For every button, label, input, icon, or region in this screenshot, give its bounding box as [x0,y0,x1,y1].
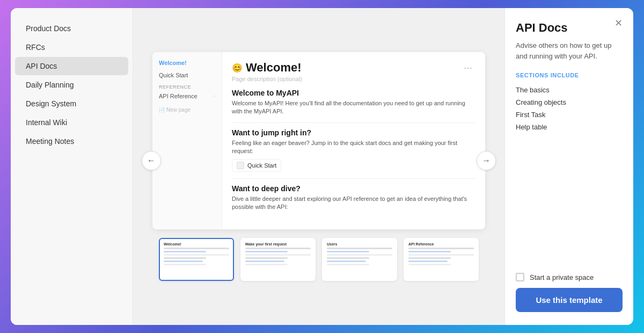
section2-text: Feeling like an eager beaver? Jump in to… [232,139,475,156]
preview-sidebar-quickstart: Quick Start [157,70,217,80]
close-button[interactable]: ✕ [611,16,626,31]
section-item: Creating objects [516,96,623,108]
sidebar-item-meeting-notes[interactable]: Meeting Notes [15,132,128,150]
preview-title-row: 😊 Welcome! [232,61,302,75]
link-icon [237,162,244,169]
main-content: ← → Welcome! Quick Start REFERENCE API R… [133,8,504,325]
more-options-button[interactable]: ⋯ [460,62,475,74]
preview-sidebar-new-page: 📄 New page [157,105,217,114]
preview-page-title: Welcome! [246,61,302,75]
thumbnail-thumb3[interactable]: Users [322,238,397,281]
panel-title: API Docs [516,21,623,35]
sidebar: Product DocsRFCsAPI DocsDaily PlanningDe… [11,8,133,325]
preview-sidebar-reference-label: REFERENCE [157,84,217,90]
use-template-button[interactable]: Use this template [516,288,623,312]
next-button[interactable]: → [477,151,496,170]
preview-card: Welcome! Quick Start REFERENCE API Refer… [152,52,485,229]
panel-description: Advise others on how to get up and runni… [516,40,623,61]
modal: ✕ Product DocsRFCsAPI DocsDaily Planning… [11,8,633,325]
sidebar-item-rfcs[interactable]: RFCs [15,38,128,56]
preview-description: Page description (optional) [232,76,475,82]
section3-text: Dive a little deeper and start exploring… [232,195,475,212]
sidebar-item-daily-planning[interactable]: Daily Planning [15,76,128,94]
section-item: The basics [516,84,623,96]
section-deep-dive: Want to deep dive? Dive a little deeper … [232,184,475,212]
preview-header: 😊 Welcome! ⋯ [232,61,475,75]
preview-sidebar-api-reference: API Reference › [157,91,217,101]
section-jump: Want to jump right in? Feeling like an e… [232,128,475,172]
right-panel: API Docs Advise others on how to get up … [504,8,633,325]
private-space-label: Start a private space [530,273,594,281]
section-item: First Task [516,108,623,121]
sidebar-item-design-system[interactable]: Design System [15,95,128,113]
section2-title: Want to jump right in? [232,128,475,137]
section1-text: Welcome to MyAPI! Here you'll find all t… [232,99,475,116]
link-text: Quick Start [247,162,276,169]
sidebar-item-internal-wiki[interactable]: Internal Wiki [15,113,128,132]
section-item: Help table [516,121,623,133]
divider1 [232,122,475,123]
section3-title: Want to deep dive? [232,184,475,193]
quick-start-link[interactable]: Quick Start [232,159,281,172]
private-space-checkbox[interactable] [516,273,524,281]
preview-main: 😊 Welcome! ⋯ Page description (optional)… [222,52,485,229]
sections-label: SECTIONS INCLUDE [516,72,623,78]
thumbnail-row: Welcome!Make your first requestUsersAPI … [159,238,479,281]
prev-button[interactable]: ← [142,151,161,170]
private-space-row: Start a private space [516,273,623,281]
thumbnail-thumb2[interactable]: Make your first request [240,238,316,281]
section1-title: Welcome to MyAPI [232,89,475,97]
sidebar-item-product-docs[interactable]: Product Docs [15,19,128,38]
page-emoji: 😊 [232,63,243,73]
thumbnail-thumb1[interactable]: Welcome! [159,238,234,281]
thumbnail-thumb4[interactable]: API Reference [404,238,479,281]
divider2 [232,178,475,179]
sidebar-item-api-docs[interactable]: API Docs [15,57,128,75]
section-welcome: Welcome to MyAPI Welcome to MyAPI! Here … [232,89,475,116]
preview-inner-sidebar: Welcome! Quick Start REFERENCE API Refer… [152,52,222,229]
sections-list: The basicsCreating objectsFirst TaskHelp… [516,84,623,133]
preview-sidebar-welcome: Welcome! [157,59,217,67]
